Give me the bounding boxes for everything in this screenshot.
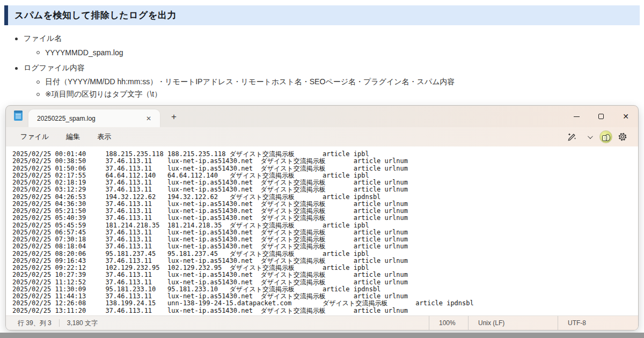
menu-file[interactable]: ファイル — [13, 129, 56, 145]
maximize-icon — [598, 114, 604, 119]
minimize-button[interactable] — [564, 106, 589, 127]
encoding: UTF-8 — [568, 319, 586, 327]
bullet-disc-icon — [15, 38, 18, 40]
close-button[interactable]: ✕ — [613, 106, 638, 127]
minimize-icon — [574, 116, 580, 117]
ai-rewrite-pen-icon[interactable] — [565, 130, 579, 144]
file-tab[interactable]: 20250225_spam.log ✕ — [28, 109, 160, 127]
tab-close-icon[interactable]: ✕ — [143, 114, 155, 123]
account-avatar[interactable] — [599, 130, 612, 143]
filename-pattern: YYYYMMDD_spam.log — [45, 48, 123, 57]
settings-gear-icon[interactable] — [616, 130, 630, 144]
menu-view[interactable]: 表示 — [90, 129, 118, 145]
filename-label: ファイル名 — [24, 34, 62, 43]
status-bar: 行 39、列 3 3,180 文字 100% Unix (LF) UTF-8 — [6, 315, 638, 330]
list-item-filename: ファイル名 YYYYMMDD_spam.log — [15, 33, 644, 58]
bullet-circle-icon — [36, 93, 40, 96]
page-heading: スパムを検知して排除したログを出力 — [4, 5, 640, 25]
close-icon: ✕ — [623, 113, 629, 120]
line-ending-type: Unix (LF) — [478, 319, 504, 327]
bullet-disc-icon — [15, 67, 18, 70]
chevron-down-icon[interactable] — [582, 130, 596, 144]
bullet-circle-icon — [36, 51, 40, 54]
notes-list: ファイル名 YYYYMMDD_spam.log ログファイル内容 日付（YYYY… — [15, 33, 644, 100]
menu-bar: ファイル 編集 表示 — [6, 127, 638, 146]
zoom-level: 100% — [439, 319, 456, 327]
log-fields-description: 日付（YYYY/MM/DD hh:mm:ss）・リモートIPアドレス・リモートホ… — [45, 77, 455, 87]
char-count: 3,180 文字 — [67, 319, 98, 328]
menu-edit[interactable]: 編集 — [59, 129, 87, 145]
page-heading-text: スパムを検知して排除したログを出力 — [14, 9, 177, 21]
maximize-button[interactable] — [589, 106, 613, 127]
editor-area[interactable]: 2025/02/25 00:01:40 188.215.235.118 188.… — [6, 146, 638, 315]
log-text: 2025/02/25 00:01:40 188.215.235.118 188.… — [6, 146, 638, 314]
file-tab-title: 20250225_spam.log — [37, 115, 143, 122]
notepad-icon — [13, 109, 23, 123]
bullet-circle-icon — [36, 80, 40, 84]
window-titlebar[interactable]: 20250225_spam.log ✕ + ✕ — [6, 106, 638, 127]
new-tab-button[interactable]: + — [165, 109, 182, 125]
status-divider — [59, 319, 60, 327]
notepad-window: 20250225_spam.log ✕ + ✕ ファイル 編集 表示 — [5, 105, 639, 330]
cursor-position: 行 39、列 3 — [18, 319, 52, 328]
list-item-log-content: ログファイル内容 日付（YYYY/MM/DD hh:mm:ss）・リモートIPア… — [15, 62, 644, 100]
background-strip — [0, 333, 644, 338]
tab-separator-note: ※項目間の区切りはタブ文字（\t） — [45, 90, 162, 99]
log-content-label: ログファイル内容 — [24, 63, 85, 73]
